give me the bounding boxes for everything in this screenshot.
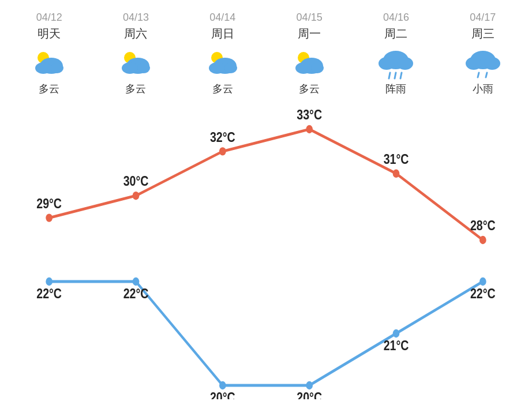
- svg-point-49: [479, 278, 486, 286]
- svg-point-10: [209, 62, 225, 74]
- day-name-2: 周日: [211, 26, 234, 42]
- svg-line-26: [486, 73, 487, 77]
- weather-desc-1: 多云: [125, 82, 146, 96]
- svg-text:28°C: 28°C: [470, 217, 496, 233]
- day-date-2: 04/14: [209, 12, 235, 24]
- svg-line-25: [478, 73, 479, 77]
- weather-icon-1: [117, 47, 154, 77]
- svg-text:22°C: 22°C: [123, 286, 149, 301]
- svg-point-37: [479, 236, 486, 244]
- svg-point-17: [379, 57, 395, 70]
- day-col-5: 04/17周三 小雨: [445, 12, 520, 99]
- day-name-4: 周二: [384, 26, 407, 42]
- day-date-1: 04/13: [123, 12, 149, 24]
- weather-icon-0: [31, 47, 68, 77]
- weather-desc-0: 多云: [39, 82, 59, 96]
- day-col-2: 04/14周日 多云: [185, 12, 260, 99]
- svg-point-41: [133, 278, 140, 286]
- day-date-4: 04/16: [383, 12, 409, 24]
- svg-line-20: [395, 73, 396, 78]
- day-col-1: 04/13周六 多云: [98, 12, 173, 99]
- svg-text:30°C: 30°C: [123, 173, 149, 189]
- svg-point-29: [133, 192, 140, 200]
- weather-icon-3: [291, 47, 328, 77]
- day-date-5: 04/17: [470, 12, 496, 24]
- svg-text:22°C: 22°C: [36, 286, 62, 301]
- svg-point-23: [466, 57, 482, 70]
- svg-text:29°C: 29°C: [36, 196, 62, 211]
- days-row: 04/12明天 多云04/13周六 多云04/14周日: [6, 12, 526, 99]
- svg-text:33°C: 33°C: [297, 108, 322, 123]
- day-date-3: 04/15: [297, 12, 323, 24]
- svg-text:22°C: 22°C: [470, 286, 496, 301]
- weather-desc-2: 多云: [212, 82, 233, 96]
- weather-icon-4: [377, 47, 414, 77]
- weather-desc-5: 小雨: [473, 82, 493, 96]
- svg-point-14: [295, 62, 312, 74]
- svg-text:20°C: 20°C: [210, 389, 235, 399]
- svg-point-15: [311, 63, 324, 73]
- svg-point-6: [122, 62, 138, 74]
- day-name-0: 明天: [38, 26, 61, 42]
- svg-text:32°C: 32°C: [210, 129, 235, 145]
- svg-point-11: [224, 63, 237, 73]
- weather-desc-4: 阵雨: [385, 82, 406, 96]
- svg-text:31°C: 31°C: [384, 151, 409, 167]
- weather-container: 04/12明天 多云04/13周六 多云04/14周日: [0, 0, 532, 405]
- day-name-1: 周六: [124, 26, 147, 42]
- svg-line-19: [389, 73, 390, 78]
- weather-icon-5: [464, 47, 501, 77]
- svg-point-2: [35, 62, 51, 74]
- svg-text:20°C: 20°C: [297, 389, 322, 399]
- svg-point-39: [46, 278, 53, 286]
- svg-point-24: [484, 57, 500, 70]
- svg-point-7: [137, 63, 150, 73]
- weather-icon-2: [204, 47, 241, 77]
- svg-point-18: [397, 57, 413, 70]
- day-name-3: 周一: [298, 26, 321, 42]
- day-col-0: 04/12明天 多云: [12, 12, 87, 99]
- day-col-4: 04/16周二 阵雨: [358, 12, 433, 99]
- svg-point-43: [219, 381, 226, 389]
- svg-text:21°C: 21°C: [384, 337, 409, 353]
- svg-point-35: [393, 170, 400, 178]
- svg-point-47: [393, 329, 400, 337]
- day-date-0: 04/12: [36, 12, 62, 24]
- day-col-3: 04/15周一 多云: [272, 12, 347, 99]
- svg-line-21: [400, 73, 402, 78]
- svg-point-45: [306, 381, 313, 389]
- svg-point-27: [46, 213, 53, 222]
- svg-point-3: [51, 63, 63, 73]
- svg-point-31: [219, 147, 226, 155]
- chart-area: 29°C30°C32°C33°C31°C28°C22°C22°C20°C20°C…: [6, 108, 526, 399]
- svg-point-33: [306, 125, 313, 133]
- day-name-5: 周三: [471, 26, 494, 42]
- weather-desc-3: 多云: [299, 82, 320, 96]
